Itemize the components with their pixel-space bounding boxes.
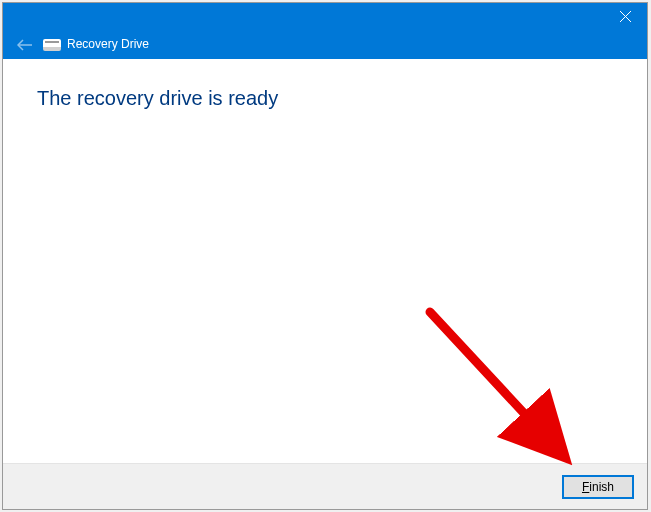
finish-label-rest: inish bbox=[589, 480, 614, 494]
close-button[interactable] bbox=[603, 3, 647, 29]
finish-button[interactable]: Finish bbox=[563, 476, 633, 498]
close-icon bbox=[620, 11, 631, 22]
back-arrow-icon bbox=[17, 39, 33, 51]
page-headline: The recovery drive is ready bbox=[37, 87, 278, 110]
app-title: Recovery Drive bbox=[67, 37, 149, 51]
back-button[interactable] bbox=[15, 35, 35, 55]
footer: Finish bbox=[3, 463, 647, 509]
content-area: The recovery drive is ready bbox=[3, 59, 647, 463]
recovery-drive-window: Recovery Drive The recovery drive is rea… bbox=[2, 2, 648, 510]
titlebar: Recovery Drive bbox=[3, 3, 647, 59]
drive-icon bbox=[43, 39, 61, 51]
